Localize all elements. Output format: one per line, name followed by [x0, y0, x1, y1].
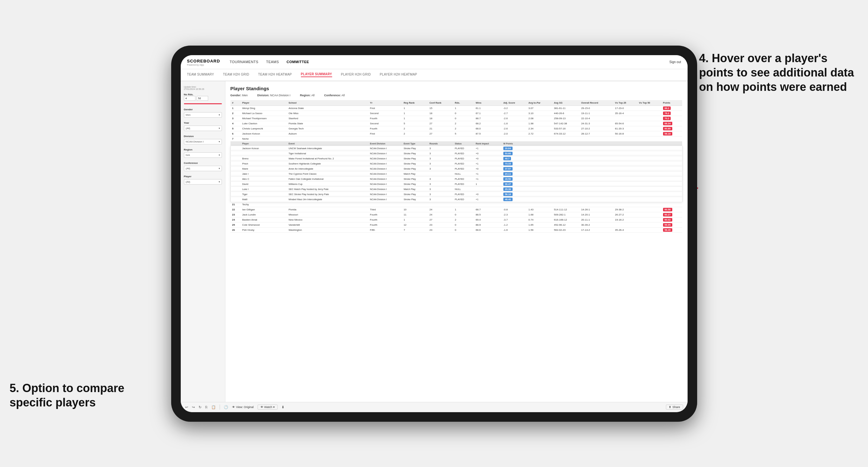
tab-player-h2h-grid[interactable]: PLAYER H2H GRID	[341, 73, 371, 77]
cell-vs50	[638, 212, 661, 217]
cell-conf-rank: 27	[428, 121, 453, 126]
cell-sg: 547-142-38	[552, 121, 580, 126]
no-rds-max-input[interactable]	[197, 96, 208, 101]
cell-wins: 68.6	[474, 227, 502, 232]
player-filter-value[interactable]: (All) ▾	[184, 179, 222, 185]
tab-player-h2h-heatmap[interactable]: PLAYER H2H HEATMAP	[380, 73, 417, 77]
cell-reg-rank: 2	[402, 131, 428, 136]
bottom-toolbar: ↩ ↪ ↻ ⎘ 📋 🕐 👁 View: Original 👁 Watch ▾ ⬇…	[181, 402, 688, 412]
cell-player: Jackson Koivun	[241, 131, 287, 136]
cell-school: Georgia Tech	[287, 126, 368, 131]
tab-team-h2h-heatmap[interactable]: TEAM H2H HEATMAP	[258, 73, 292, 77]
conference-filter-value[interactable]: (All) ▾	[184, 166, 222, 171]
cell-adj: -3.2	[502, 105, 527, 111]
no-rds-min-input[interactable]	[184, 96, 195, 101]
watch-icon: 👁	[260, 405, 263, 409]
tab-team-summary[interactable]: TEAM SUMMARY	[187, 73, 214, 77]
cell-vs50	[638, 227, 661, 232]
year-filter-value[interactable]: (All) ▾	[184, 126, 222, 131]
expanded-row: Mattl Mirabel Maui Jim Intercollegiate N…	[230, 197, 682, 202]
no-rds-filter: No Rds.	[184, 93, 222, 104]
share-button[interactable]: ⬆ Share	[666, 405, 683, 410]
cell-points[interactable]: 60.89	[661, 126, 682, 131]
cell-points[interactable]: 60.27	[661, 212, 682, 217]
cell-reg-rank: 1	[402, 105, 428, 111]
cell-points[interactable]: 59.95	[661, 222, 682, 227]
col-vs25: Vs Top 25	[613, 100, 637, 106]
cell-yr: First	[369, 105, 402, 111]
cell-vs50	[638, 207, 661, 212]
cell-player: Bastien Amat	[241, 217, 287, 222]
cell-topar: 1.56	[527, 227, 552, 232]
paste-icon[interactable]: 📋	[211, 405, 216, 409]
nav-teams[interactable]: TEAMS	[266, 60, 279, 64]
cell-school: Florida State	[287, 121, 368, 126]
cell-overall: 20-11-1	[580, 217, 613, 222]
tab-team-h2h-grid[interactable]: TEAM H2H GRID	[223, 73, 249, 77]
cell-points[interactable]: 76.2	[661, 111, 682, 116]
col-yr: Yr	[369, 100, 402, 106]
cell-rank: 7	[230, 136, 241, 141]
col-reg-rank: Reg Rank	[402, 100, 428, 106]
clock-icon[interactable]: 🕐	[224, 405, 228, 409]
cell-rds: 5	[453, 131, 474, 136]
cell-points[interactable]: 60.02	[661, 217, 682, 222]
cell-conf-rank: 27	[428, 131, 453, 136]
cell-vs25: 65-54-6	[613, 121, 637, 126]
col-points: Points	[661, 100, 682, 106]
col-wins: Wins	[474, 100, 502, 106]
gender-filter-value[interactable]: Men ▾	[184, 112, 222, 118]
cell-points[interactable]: 88.2	[661, 105, 682, 111]
download-icon[interactable]: ⬇	[281, 405, 284, 409]
division-filter-label: Division	[184, 135, 222, 138]
tab-player-summary[interactable]: PLAYER SUMMARY	[301, 72, 332, 77]
cell-points[interactable]: 70.2	[661, 116, 682, 121]
annotation-right: 4. Hover over a player's points to see a…	[699, 51, 859, 94]
view-original-button[interactable]: 👁 View: Original	[232, 405, 254, 409]
cell-yr: Fourth	[369, 217, 402, 222]
logo-subtitle: Powered by clipp	[187, 64, 220, 66]
cell-player: Cole Sherwood	[241, 222, 287, 227]
cell-player: Jack Lundin	[241, 212, 287, 217]
cell-yr: Second	[369, 111, 402, 116]
nav-committee[interactable]: COMMITTEE	[286, 60, 309, 64]
watch-button[interactable]: 👁 Watch ▾	[257, 405, 278, 410]
cell-conf-rank: 23	[428, 222, 453, 227]
undo-icon[interactable]: ↩	[185, 405, 188, 409]
cell-sg: 533-57-16	[552, 126, 580, 131]
cell-adj: -2.0	[502, 131, 527, 136]
region-filter-value[interactable]: N/A ▾	[184, 152, 222, 158]
col-overall: Overall Record	[580, 100, 613, 106]
table-area: Player Standings Gender: Men Division: N…	[225, 81, 688, 402]
cell-conf-rank: 18	[428, 116, 453, 121]
cell-rank: 24	[230, 217, 241, 222]
expanded-row: Breno Wake Forest Invitational at Pinehu…	[230, 156, 682, 161]
cell-conf-rank: 23	[428, 227, 453, 232]
sign-out-button[interactable]: Sign out	[670, 60, 681, 64]
refresh-icon[interactable]: ↻	[198, 405, 202, 409]
expanded-row: Tiger Invitational NCAA Division I Strok…	[230, 151, 682, 156]
cell-points[interactable]: 58.18	[661, 131, 682, 136]
cell-rank: 22	[230, 207, 241, 212]
division-filter-value[interactable]: NCAA Division I ▾	[184, 139, 222, 145]
cell-wins: 68.7	[474, 207, 502, 212]
cell-points[interactable]: 58.49	[661, 227, 682, 232]
cell-vs50	[638, 111, 661, 116]
redo-icon[interactable]: ↪	[192, 405, 195, 409]
player-filter-label: Player	[184, 175, 222, 178]
cell-rds: 0	[453, 212, 474, 217]
cell-school	[287, 136, 368, 141]
cell-rds: 0	[453, 111, 474, 116]
cell-wins: 88.7	[474, 116, 502, 121]
cell-vs25	[613, 222, 637, 227]
nav-tournaments[interactable]: TOURNAMENTS	[229, 60, 258, 64]
copy-icon[interactable]: ⎘	[205, 405, 208, 409]
cell-rank: 21	[230, 202, 241, 207]
cell-points[interactable]: 60.58	[661, 207, 682, 212]
cell-vs50	[638, 126, 661, 131]
cell-vs25: 35-16-4	[613, 111, 637, 116]
cell-points[interactable]: 68.34	[661, 121, 682, 126]
cell-school: Florida	[287, 207, 368, 212]
table-row: 24 Bastien Amat New Mexico Fourth 1 27 2…	[230, 217, 682, 222]
cell-adj: -3.7	[502, 217, 527, 222]
